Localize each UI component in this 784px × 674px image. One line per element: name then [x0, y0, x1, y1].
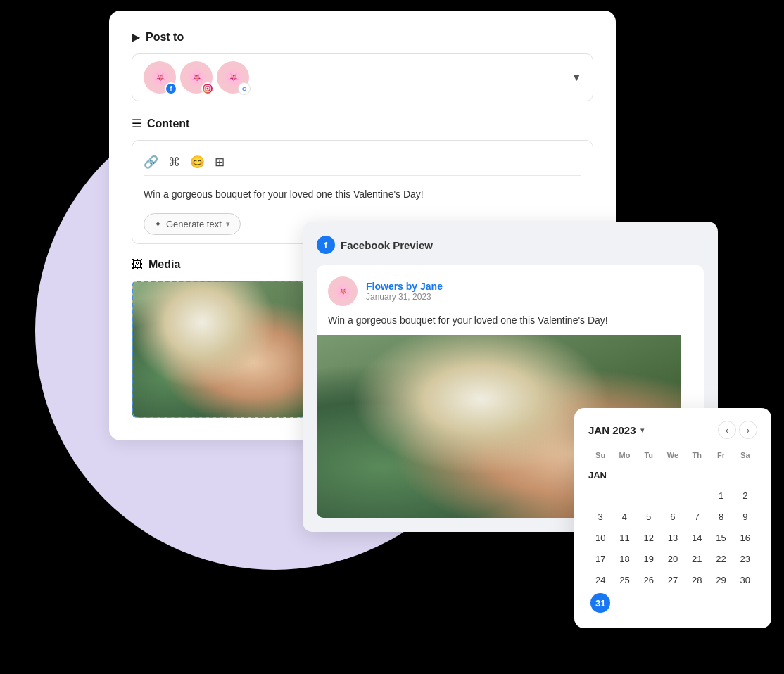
cal-day-21[interactable]: 21	[685, 548, 709, 569]
cal-day-empty	[637, 485, 661, 506]
calendar-card: JAN 2023 ▾ ‹ › Su Mo Tu We Th Fr Sa JAN	[574, 408, 771, 628]
cal-day-15[interactable]: 15	[709, 527, 733, 548]
calendar-week-1: 1 2	[588, 485, 757, 506]
avatar-google: 🌸 G	[217, 61, 249, 94]
cal-day-29[interactable]: 29	[709, 569, 733, 590]
social-avatars: 🌸 f 🌸 🌸 G	[144, 61, 249, 94]
cal-day-empty	[612, 590, 636, 616]
emoji-icon[interactable]: 😊	[190, 155, 205, 170]
link-icon[interactable]: 🔗	[144, 155, 158, 170]
fb-preview-label: Facebook Preview	[341, 239, 433, 251]
cal-day-4[interactable]: 4	[612, 506, 636, 527]
cal-day-empty	[709, 590, 733, 616]
post-text: Win a gorgeous bouquet for your loved on…	[144, 184, 581, 213]
cal-day-5[interactable]: 5	[637, 506, 661, 527]
cal-day-28[interactable]: 28	[685, 569, 709, 590]
calendar-grid: Su Mo Tu We Th Fr Sa JAN 1 2	[588, 449, 757, 616]
cal-day-10[interactable]: 10	[588, 527, 612, 548]
cal-day-empty	[685, 590, 709, 616]
generate-text-button[interactable]: ✦ Generate text ▾	[144, 213, 241, 235]
fb-post-date: January 31, 2023	[366, 292, 443, 302]
media-title: Media	[148, 258, 180, 271]
g-badge: G	[238, 82, 251, 95]
calendar-month-row: JAN 2023 ▾	[588, 424, 645, 436]
cal-day-8[interactable]: 8	[709, 506, 733, 527]
cal-day-12[interactable]: 12	[637, 527, 661, 548]
svg-point-1	[206, 87, 209, 90]
calendar-header: JAN 2023 ▾ ‹ ›	[588, 421, 757, 439]
calendar-month-name: JAN	[588, 464, 757, 485]
cal-day-6[interactable]: 6	[661, 506, 685, 527]
cal-day-22[interactable]: 22	[709, 548, 733, 569]
generate-btn-label: Generate text	[166, 219, 222, 229]
cal-day-11[interactable]: 11	[612, 527, 636, 548]
media-icon: 🖼	[132, 258, 143, 271]
cal-day-9[interactable]: 9	[733, 506, 757, 527]
calendar-week-6: 31	[588, 590, 757, 616]
cal-th-su: Su	[588, 449, 612, 464]
cal-day-30[interactable]: 30	[733, 569, 757, 590]
media-img-inner	[133, 282, 305, 417]
cal-day-empty	[612, 485, 636, 506]
cal-day-13[interactable]: 13	[661, 527, 685, 548]
generate-icon: ✦	[154, 219, 162, 229]
cal-day-20[interactable]: 20	[661, 548, 685, 569]
cal-day-16[interactable]: 16	[733, 527, 757, 548]
avatar-instagram: 🌸	[180, 61, 213, 94]
cal-day-31[interactable]: 31	[588, 590, 612, 616]
rss-icon[interactable]: ⌘	[168, 155, 180, 170]
cal-day-23[interactable]: 23	[733, 548, 757, 569]
ig-badge	[201, 82, 214, 95]
fb-account-avatar: 🌸	[328, 276, 358, 306]
cal-day-27[interactable]: 27	[661, 569, 685, 590]
post-to-title: Post to	[146, 31, 184, 44]
fb-account-info: Flowers by Jane January 31, 2023	[366, 281, 443, 302]
cal-th-tu: Tu	[637, 449, 661, 464]
calendar-week-3: 10 11 12 13 14 15 16	[588, 527, 757, 548]
content-icon: ☰	[132, 117, 141, 130]
calendar-weekday-row: Su Mo Tu We Th Fr Sa	[588, 449, 757, 464]
fb-badge: f	[165, 82, 177, 95]
cal-th-we: We	[661, 449, 685, 464]
fb-post-text: Win a gorgeous bouquet for your loved on…	[328, 313, 693, 328]
calendar-month-label: JAN 2023	[588, 424, 636, 436]
avatar-facebook: 🌸 f	[144, 61, 176, 94]
cal-day-2[interactable]: 2	[733, 485, 757, 506]
grid-icon[interactable]: ⊞	[215, 155, 225, 170]
cal-day-25[interactable]: 25	[612, 569, 636, 590]
dropdown-arrow-icon: ▼	[571, 72, 581, 83]
cal-th-fr: Fr	[709, 449, 733, 464]
fb-post-meta: 🌸 Flowers by Jane January 31, 2023	[328, 276, 693, 306]
cal-day-17[interactable]: 17	[588, 548, 612, 569]
cal-th-mo: Mo	[612, 449, 636, 464]
calendar-dropdown-icon[interactable]: ▾	[640, 426, 645, 435]
cal-today-badge[interactable]: 31	[590, 593, 610, 613]
cal-day-24[interactable]: 24	[588, 569, 612, 590]
cal-day-26[interactable]: 26	[637, 569, 661, 590]
cal-day-19[interactable]: 19	[637, 548, 661, 569]
calendar-month-name-row: JAN	[588, 464, 757, 485]
cal-th-sa: Sa	[733, 449, 757, 464]
calendar-prev-button[interactable]: ‹	[718, 421, 736, 439]
cal-day-18[interactable]: 18	[612, 548, 636, 569]
accounts-dropdown[interactable]: 🌸 f 🌸 🌸 G ▼	[132, 53, 593, 101]
cal-day-empty	[733, 590, 757, 616]
generate-btn-chevron: ▾	[226, 220, 230, 229]
content-header: ☰ Content	[132, 117, 593, 130]
cal-day-14[interactable]: 14	[685, 527, 709, 548]
cal-day-7[interactable]: 7	[685, 506, 709, 527]
calendar-week-2: 3 4 5 6 7 8 9	[588, 506, 757, 527]
cal-day-3[interactable]: 3	[588, 506, 612, 527]
post-to-header: ▶ Post to	[132, 30, 593, 44]
calendar-navigation: ‹ ›	[718, 421, 757, 439]
fb-preview-header: f Facebook Preview	[317, 236, 704, 254]
media-image[interactable]	[132, 281, 306, 418]
svg-rect-0	[205, 86, 210, 91]
fb-icon-circle: f	[317, 236, 335, 254]
calendar-week-5: 24 25 26 27 28 29 30	[588, 569, 757, 590]
cal-day-1[interactable]: 1	[709, 485, 733, 506]
calendar-next-button[interactable]: ›	[739, 421, 757, 439]
cal-th-th: Th	[685, 449, 709, 464]
editor-toolbar: 🔗 ⌘ 😊 ⊞	[144, 149, 581, 176]
cal-day-empty	[588, 485, 612, 506]
